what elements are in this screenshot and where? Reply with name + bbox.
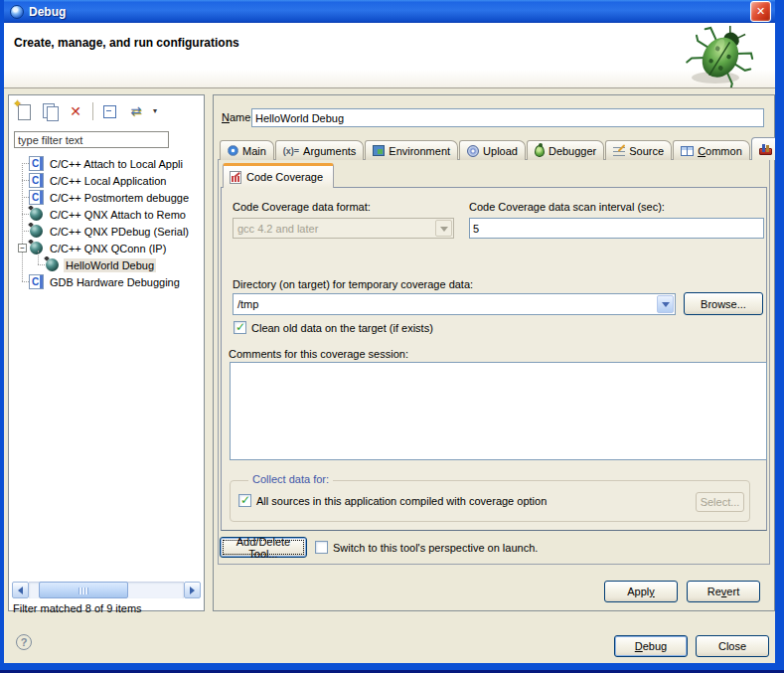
collapse-all-icon[interactable] [101,102,119,120]
configuration-detail-panel: Name: Main(x)=ArgumentsEnvironmentUpload… [213,94,775,611]
window-app-icon [10,5,24,19]
collapse-expander-icon[interactable]: − [18,244,27,252]
arguments-icon: (x)= [283,146,299,156]
comments-label: Comments for this coverage session: [229,348,408,360]
directory-label: Directory (on target) for temporary cove… [233,278,473,290]
tree-horizontal-scrollbar[interactable] [12,582,201,598]
close-button[interactable]: Close [696,635,769,657]
tree-connector [22,281,29,282]
chevron-down-icon [435,220,452,237]
name-input[interactable] [251,108,764,127]
bug-illustration-icon [682,26,761,87]
tab-upload[interactable]: Upload [459,140,526,160]
filter-input[interactable] [14,131,169,148]
c-app-icon [29,190,44,205]
source-icon [613,145,625,157]
revert-button[interactable]: Revert [687,581,760,602]
apply-button[interactable]: Apply [604,581,678,602]
tree-item[interactable]: C/C++ QNX Attach to Remo [9,206,202,223]
tree-item[interactable]: −C/C++ QNX QConn (IP) [9,240,202,256]
tree-item[interactable]: C/C++ QNX PDebug (Serial) [9,223,202,240]
tab-source[interactable]: Source [605,140,672,160]
tree-item-label: C/C++ QNX QConn (IP) [48,242,168,255]
tree-connector [22,214,29,215]
all-sources-checkbox-row[interactable]: All sources in this application compiled… [238,494,547,507]
tree-item[interactable]: C/C++ Postmortem debugge [9,189,202,206]
switch-perspective-checkbox[interactable] [315,541,328,554]
table-icon [681,146,694,156]
tab-label: Main [242,145,266,157]
filter-menu-caret-icon[interactable]: ▾ [153,102,161,120]
title-bar[interactable]: Debug ✕ [4,0,775,23]
bug-icon [535,145,545,157]
window-close-button[interactable]: ✕ [750,1,771,22]
all-sources-label: All sources in this application compiled… [256,495,547,507]
directory-combo[interactable]: /tmp [233,293,676,315]
help-icon[interactable]: ? [16,634,32,650]
qnx-target-icon [30,208,43,221]
tree-connector [22,163,29,164]
format-combo-value: gcc 4.2 and later [234,223,434,235]
select-button: Select... [696,492,744,512]
delete-icon[interactable]: ✕ [67,102,84,120]
new-config-icon[interactable] [15,102,33,120]
tree-item-label: C/C++ QNX PDebug (Serial) [48,225,191,239]
format-label: Code Coverage data format: [233,201,371,213]
name-label: Name: [222,111,253,123]
tab-code-coverage[interactable]: Code Coverage [223,163,334,188]
scrollbar-track[interactable] [29,582,184,598]
debug-configurations-dialog: Debug ✕ Create, manage, and run configur… [0,0,784,673]
format-combo: gcc 4.2 and later [233,218,454,239]
tree-item[interactable]: GDB Hardware Debugging [9,273,202,290]
switch-perspective-label: Switch to this tool's perspective on lau… [333,542,538,554]
tree-item-label: C/C++ QNX Attach to Remo [48,208,188,222]
tab-environment[interactable]: Environment [365,140,458,160]
window-content: Debug ✕ Create, manage, and run configur… [4,0,775,663]
clean-old-data-checkbox[interactable] [234,321,246,334]
add-delete-tool-button[interactable]: Add/Delete Tool... [220,537,307,558]
tab-label: Upload [483,145,518,157]
chevron-down-icon[interactable] [657,295,674,313]
environment-icon [373,145,385,156]
debug-button[interactable]: Debug [614,635,688,657]
tree-connector [22,197,29,198]
tab-row: Main(x)=ArgumentsEnvironmentUploadDebugg… [220,137,775,160]
directory-combo-value: /tmp [234,298,656,310]
clean-old-data-checkbox-row[interactable]: Clean old data on the target (if exists) [234,321,433,334]
tab-label: Arguments [303,145,356,157]
upload-icon [467,145,479,157]
all-sources-checkbox[interactable] [238,494,251,507]
switch-perspective-checkbox-row[interactable]: Switch to this tool's perspective on lau… [315,541,538,554]
target-icon [228,145,238,156]
window-title: Debug [29,5,750,19]
tab-arguments[interactable]: (x)=Arguments [275,140,364,160]
coverage-chart-icon [230,171,241,184]
browse-button[interactable]: Browse... [684,292,763,315]
scan-interval-input[interactable] [469,218,764,239]
clean-old-data-label: Clean old data on the target (if exists) [251,322,433,334]
comments-textarea[interactable] [230,362,767,460]
tab-common[interactable]: Common [673,140,750,160]
tree-item-label: C/C++ Local Application [48,174,168,188]
scrollbar-thumb[interactable] [39,582,128,598]
tree-item-label: C/C++ Attach to Local Appli [48,157,185,171]
tree-item[interactable]: C/C++ Attach to Local Appli [9,155,202,172]
toolbox-icon [759,148,772,155]
scroll-left-arrow-icon[interactable] [12,582,29,598]
c-app-icon [29,173,44,188]
filter-status-text: Filter matched 8 of 9 items [13,602,142,614]
tree-item[interactable]: C/C++ Local Application [9,172,202,189]
tree-item[interactable]: HelloWorld Debug [9,256,202,273]
duplicate-icon[interactable] [41,102,59,120]
configurations-tree: C/C++ Attach to Local AppliC/C++ Local A… [9,155,202,294]
tab-label: Source [629,145,664,157]
scroll-right-arrow-icon[interactable] [184,582,201,598]
tab-main[interactable]: Main [220,140,274,160]
configurations-sidebar: ✕ ⇄ ▾ C/C++ Attach to Local AppliC/C++ L… [8,94,205,611]
tab-tools[interactable]: Tools [751,137,775,160]
c-app-icon [29,156,44,171]
tab-debugger[interactable]: Debugger [527,140,604,160]
qnx-target-icon [30,242,43,254]
filter-icon[interactable]: ⇄ [127,102,145,120]
dialog-header-title: Create, manage, and run configurations [14,36,239,50]
